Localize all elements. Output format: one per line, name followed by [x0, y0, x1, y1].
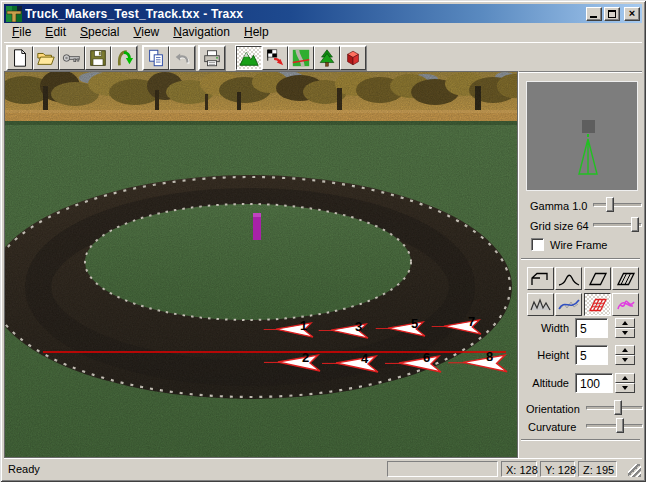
gamma-slider-groove — [593, 203, 642, 207]
minimize-glyph — [590, 16, 597, 18]
tool-flat-button[interactable] — [584, 267, 611, 290]
grid-number-5: 5 — [411, 316, 418, 331]
tool-hill-button[interactable] — [555, 267, 582, 290]
print-button[interactable] — [199, 46, 225, 70]
grid-patch-tool-icon — [587, 296, 609, 314]
up-arrow-icon — [622, 348, 628, 352]
toolbar — [4, 42, 642, 71]
status-ready: Ready — [8, 463, 40, 475]
menu-view[interactable]: View — [126, 23, 166, 42]
grid-size-slider[interactable] — [593, 216, 642, 233]
tool-slope-button[interactable] — [612, 267, 639, 290]
grid-number-8: 8 — [486, 349, 493, 364]
open-button[interactable] — [33, 46, 59, 70]
view-textures-button[interactable] — [288, 46, 314, 70]
resize-grip[interactable] — [628, 464, 641, 477]
orientation-slider-thumb[interactable] — [614, 400, 622, 415]
grid-number-2: 2 — [302, 350, 309, 365]
width-spin-down[interactable] — [615, 328, 635, 338]
side-panel: Gamma 1.0 Grid size 64 Wire Frame — [518, 71, 642, 458]
preview-scene — [527, 82, 637, 190]
texture-icon — [291, 48, 311, 68]
tool-plateau-button[interactable] — [527, 267, 554, 290]
menubar: File Edit Special View Navigation Help — [4, 23, 642, 42]
copy-button[interactable] — [143, 46, 169, 70]
preview-cube — [582, 120, 595, 133]
curvature-slider-thumb[interactable] — [616, 418, 624, 433]
titlebar[interactable]: Truck_Makers_Test_Track.txx - Traxx × — [4, 4, 642, 23]
tool-rough-button[interactable] — [527, 293, 554, 316]
checkered-flag-icon — [265, 48, 285, 68]
slope-tile-tool-icon — [615, 270, 637, 288]
track-scene[interactable]: 1 3 5 7 2 4 6 8 — [5, 72, 517, 457]
tool-smooth-button[interactable] — [555, 293, 582, 316]
save-button[interactable] — [85, 46, 111, 70]
orientation-slider[interactable] — [586, 399, 643, 416]
viewport[interactable]: 1 3 5 7 2 4 6 8 — [4, 71, 518, 458]
new-button[interactable] — [7, 46, 33, 70]
texture-noise-light — [5, 72, 517, 457]
toolbar-group-edit — [142, 45, 196, 71]
maximize-button[interactable] — [604, 7, 620, 21]
view-boxes-button[interactable] — [340, 46, 366, 70]
copy-icon — [146, 48, 166, 68]
up-arrow-icon — [622, 376, 628, 380]
grid-size-slider-thumb[interactable] — [631, 217, 639, 232]
grid-size-label: Grid size 64 — [530, 220, 589, 232]
save-icon — [88, 48, 108, 68]
height-spin-up[interactable] — [615, 345, 635, 355]
app-icon[interactable] — [6, 6, 22, 22]
cube-icon — [343, 48, 363, 68]
minimize-button[interactable] — [586, 7, 602, 21]
down-arrow-icon — [622, 331, 628, 335]
import-pod-button[interactable] — [59, 46, 85, 70]
menu-navigation[interactable]: Navigation — [166, 23, 237, 42]
grid-number-7: 7 — [468, 314, 475, 329]
rough-terrain-tool-icon — [530, 296, 552, 314]
wireframe-label: Wire Frame — [550, 239, 607, 251]
model-preview[interactable] — [526, 81, 638, 191]
height-spinner — [615, 345, 635, 365]
gamma-slider[interactable] — [593, 196, 642, 213]
print-icon — [202, 48, 222, 68]
altitude-spin-down[interactable] — [615, 383, 635, 393]
undo-button[interactable] — [169, 46, 195, 70]
wireframe-checkbox[interactable] — [531, 238, 544, 251]
tool-grid-button[interactable] — [584, 293, 611, 316]
width-label: Width — [519, 322, 569, 334]
open-icon — [36, 48, 56, 68]
maximize-glyph — [608, 10, 616, 18]
menu-file[interactable]: File — [5, 23, 38, 42]
panel-separator-bottom — [521, 439, 640, 441]
curvature-slider[interactable] — [586, 417, 643, 434]
menu-special[interactable]: Special — [73, 23, 126, 42]
orientation-label: Orientation — [526, 403, 580, 415]
view-checkpoints-button[interactable] — [262, 46, 288, 70]
view-terrain-button[interactable] — [236, 46, 262, 70]
terrain-icon — [239, 48, 259, 68]
menu-help[interactable]: Help — [237, 23, 276, 42]
height-spin-down[interactable] — [615, 355, 635, 365]
panel-separator-top — [521, 258, 640, 260]
launch-game-button[interactable] — [111, 46, 137, 70]
view-models-button[interactable] — [314, 46, 340, 70]
traxx-window: Truck_Makers_Test_Track.txx - Traxx × Fi… — [0, 0, 646, 482]
altitude-spinner — [615, 373, 635, 393]
tool-paint-button[interactable] — [612, 293, 639, 316]
altitude-spin-up[interactable] — [615, 373, 635, 383]
height-input[interactable] — [575, 345, 608, 365]
window-title: Truck_Makers_Test_Track.txx - Traxx — [25, 7, 584, 21]
close-glyph: × — [629, 8, 635, 19]
grid-number-3: 3 — [355, 319, 362, 334]
gamma-slider-thumb[interactable] — [606, 197, 614, 212]
close-button[interactable]: × — [624, 7, 640, 21]
width-spin-up[interactable] — [615, 318, 635, 328]
launch-icon — [114, 48, 134, 68]
menu-edit[interactable]: Edit — [38, 23, 73, 42]
altitude-input[interactable] — [575, 373, 613, 393]
grid-number-4: 4 — [361, 351, 369, 366]
width-input[interactable] — [575, 318, 608, 338]
curvature-label: Curvature — [528, 421, 576, 433]
status-empty-panel — [387, 461, 498, 477]
hill-tool-icon — [558, 270, 580, 288]
